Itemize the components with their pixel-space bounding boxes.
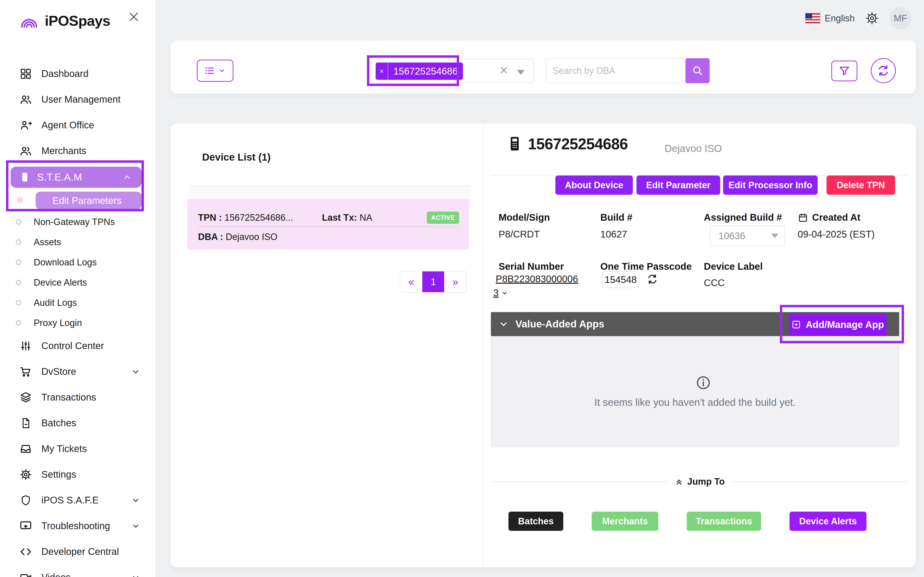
otp-input[interactable] — [602, 271, 639, 288]
sidebar-item-audit-logs[interactable]: Audit Logs — [0, 293, 155, 313]
refresh-button[interactable] — [871, 58, 896, 83]
sidebar-item-developer-central[interactable]: Developer Central — [0, 539, 155, 564]
sidebar-item-my-tickets[interactable]: My Tickets — [0, 436, 155, 462]
sidebar-item-agent-office[interactable]: Agent Office — [0, 112, 155, 138]
created-at-value: 09-04-2025 (EST) — [798, 229, 875, 240]
sidebar-item-label: Edit Parameters — [52, 195, 121, 206]
sidebar-item-batches[interactable]: Batches — [0, 410, 155, 436]
sidebar-menu: Dashboard User Management Agent Office — [0, 61, 155, 577]
device-label-label: Device Label — [704, 261, 763, 272]
sidebar-item-label: Settings — [41, 469, 76, 480]
grid-icon — [19, 67, 33, 81]
sidebar-item-videos[interactable]: Videos — [0, 564, 155, 577]
assigned-build-value: 10636 — [719, 230, 745, 242]
device-row-line1: TPN : 156725254686... Last Tx: NA ACTIVE — [198, 211, 459, 224]
device-list-item[interactable]: TPN : 156725254686... Last Tx: NA ACTIVE… — [187, 199, 469, 250]
status-badge: ACTIVE — [427, 211, 459, 224]
sidebar-item-label: Device Alerts — [34, 277, 87, 288]
tpn-label: TPN : — [198, 213, 222, 223]
sidebar-item-device-alerts[interactable]: Device Alerts — [0, 272, 155, 293]
sidebar-item-troubleshooting[interactable]: Troubleshooting — [0, 513, 155, 539]
bullet-icon — [16, 280, 21, 285]
sidebar-item-edit-parameters[interactable]: Edit Parameters — [36, 192, 142, 210]
otp-refresh-icon[interactable] — [646, 273, 658, 285]
pagination-next-button[interactable]: » — [444, 271, 466, 292]
search-button[interactable] — [685, 58, 709, 83]
assigned-build-select[interactable]: 10636 — [710, 226, 785, 246]
serial-number-link[interactable]: P8B223083000006 — [496, 274, 578, 284]
chevron-down-icon — [131, 521, 140, 530]
add-manage-app-button[interactable]: Add/Manage App — [789, 314, 887, 335]
users-icon — [19, 93, 33, 106]
funnel-icon — [838, 65, 850, 77]
sidebar-item-transactions[interactable]: Transactions — [0, 384, 155, 410]
sidebar-item-dashboard[interactable]: Dashboard — [0, 61, 155, 87]
view-options-button[interactable] — [197, 60, 233, 82]
sidebar-item-proxy-login[interactable]: Proxy Login — [0, 313, 155, 333]
device-details-column: 156725254686 Dejavoo ISO About Device Ed… — [484, 124, 916, 567]
us-flag-icon — [805, 13, 820, 23]
search-dba-input[interactable] — [546, 58, 685, 83]
bullet-icon — [16, 320, 21, 326]
assigned-build-label: Assigned Build # — [704, 212, 782, 223]
pagination-prev-button[interactable]: « — [400, 271, 422, 292]
search-toolbar: × 156725254686 ✕ — [171, 40, 916, 94]
sidebar-item-dvstore[interactable]: DvStore — [0, 359, 155, 384]
created-at-label: Created At — [798, 212, 861, 223]
sidebar-item-settings[interactable]: Settings — [0, 462, 155, 487]
device-header: 156725254686 — [508, 135, 628, 153]
edit-parameter-button[interactable]: Edit Parameter — [636, 176, 720, 195]
model-sign-label: Model/Sign — [499, 212, 550, 223]
terminal-icon — [508, 136, 522, 152]
select-caret-icon — [771, 234, 779, 238]
dropdown-caret-icon[interactable] — [517, 70, 525, 75]
document-minus-icon — [19, 416, 33, 430]
about-device-button[interactable]: About Device — [556, 176, 633, 195]
sidebar-item-label: My Tickets — [41, 443, 87, 454]
filter-button[interactable] — [831, 61, 857, 81]
user-avatar[interactable]: MF — [889, 7, 911, 29]
inbox-icon — [19, 442, 33, 456]
sidebar-item-control-center[interactable]: Control Center — [0, 333, 155, 359]
tpn-chip: × 156725254686 — [376, 63, 463, 80]
sidebar-item-steam[interactable]: S.T.E.A.M — [11, 167, 142, 188]
sidebar-item-label: Download Logs — [34, 257, 97, 268]
last-tx-label: Last Tx: — [322, 213, 357, 223]
bullet-icon — [16, 300, 21, 305]
app-screen: iPOSpays Dashboard User Management — [0, 0, 924, 577]
tpn-multiselect-input[interactable]: × 156725254686 ✕ — [372, 59, 534, 83]
chip-remove-icon[interactable]: × — [376, 63, 388, 80]
clear-selection-icon[interactable]: ✕ — [499, 65, 508, 76]
pagination-page-1[interactable]: 1 — [422, 271, 444, 292]
sidebar-item-ipos-safe[interactable]: iPOS S.A.F.E — [0, 487, 155, 513]
sidebar-item-assets[interactable]: Assets — [0, 232, 155, 252]
language-selector[interactable]: English — [805, 13, 855, 24]
users-icon — [19, 144, 33, 158]
info-icon — [695, 375, 712, 391]
device-list-column: Device List (1) TPN : 156725254686... La… — [171, 124, 484, 567]
brand-logo: iPOSpays — [19, 13, 110, 29]
delete-tpn-button[interactable]: Delete TPN — [827, 176, 895, 195]
model-sign-value: P8/CRDT — [499, 229, 540, 240]
sidebar-item-non-gateway-tpns[interactable]: Non-Gateway TPNs — [0, 212, 155, 232]
jump-transactions-button[interactable]: Transactions — [687, 512, 761, 531]
jump-batches-button[interactable]: Batches — [509, 512, 563, 531]
jump-to-label: Jump To — [668, 477, 731, 487]
rainbow-logo-icon — [19, 14, 39, 28]
serial-number-link-line2[interactable]: 3 — [493, 287, 508, 298]
sidebar-item-user-management[interactable]: User Management — [0, 87, 155, 112]
video-camera-icon — [19, 571, 33, 577]
language-label: English — [825, 13, 855, 24]
sidebar-steam-group: S.T.E.A.M Edit Parameters — [0, 164, 155, 212]
sidebar-item-label: Developer Central — [41, 546, 119, 557]
brand-name: iPOSpays — [45, 13, 110, 29]
sidebar-item-label: Merchants — [41, 145, 86, 156]
jump-device-alerts-button[interactable]: Device Alerts — [790, 512, 866, 531]
close-sidebar-button[interactable] — [126, 9, 142, 24]
edit-processor-info-button[interactable]: Edit Processor Info — [723, 176, 817, 195]
sidebar-item-download-logs[interactable]: Download Logs — [0, 252, 155, 272]
jump-merchants-button[interactable]: Merchants — [592, 512, 658, 531]
settings-gear-icon[interactable] — [865, 11, 879, 25]
bullet-icon — [16, 239, 21, 245]
sidebar-item-merchants[interactable]: Merchants — [0, 138, 155, 164]
